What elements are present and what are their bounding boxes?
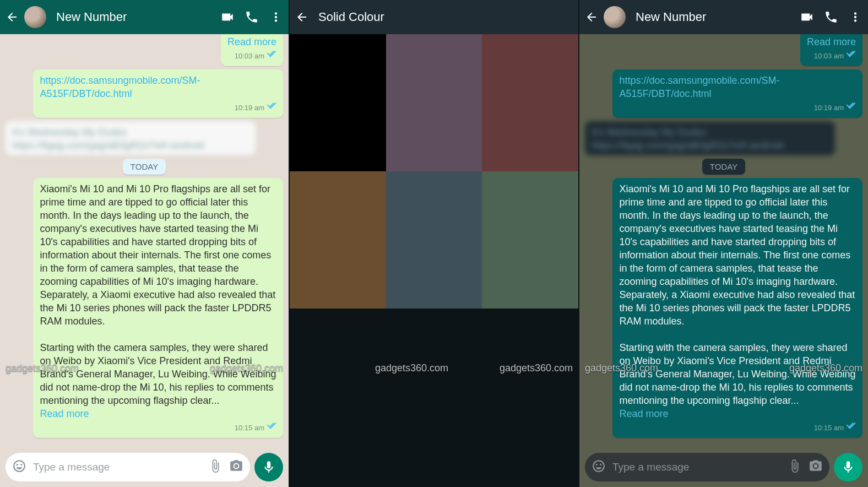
swatch-6[interactable] — [290, 309, 386, 487]
msg-blurred: It's Wednesday My Dudes https://9gag.com… — [585, 121, 835, 155]
chat-header-light: New Number — [0, 0, 289, 34]
picker-header: Solid Colour — [290, 0, 578, 34]
read-tick-icon — [846, 101, 856, 115]
msg-article[interactable]: Xiaomi's Mi 10 and Mi 10 Pro flagships a… — [612, 178, 862, 438]
voice-call-icon[interactable] — [245, 10, 259, 24]
swatch-2[interactable] — [482, 34, 578, 171]
read-more-link[interactable]: Read more — [807, 36, 856, 47]
msg-time: 10:15 am — [814, 421, 844, 435]
colour-grid — [290, 34, 578, 487]
read-tick-icon — [267, 421, 276, 435]
swatch-8[interactable] — [482, 309, 578, 487]
read-tick-icon — [267, 50, 276, 63]
msg-time: 10:19 am — [814, 101, 844, 115]
compose-box[interactable]: Type a message — [6, 453, 250, 481]
compose-input[interactable]: Type a message — [612, 461, 781, 473]
swatch-1[interactable] — [386, 34, 482, 171]
compose-box[interactable]: Type a message — [585, 453, 829, 481]
avatar[interactable] — [604, 6, 626, 28]
attach-icon[interactable] — [208, 459, 223, 475]
chat-scroll-dark[interactable]: Read more 10:03 am https://doc.samsungmo… — [579, 34, 868, 487]
msg-blurred: It's Wednesday My Dudes https://9gag.com… — [6, 121, 256, 155]
read-more-link[interactable]: Read more — [40, 408, 89, 419]
msg-article[interactable]: Xiaomi's Mi 10 and Mi 10 Pro flagships a… — [33, 178, 283, 438]
read-more-link[interactable]: Read more — [619, 408, 668, 419]
pane-colour-picker: Solid Colour gadgets360.com gadgets360.c… — [289, 0, 578, 487]
msg-body: Starting with the camera samples, they w… — [619, 342, 855, 406]
compose-bar-dark: Type a message — [585, 453, 862, 481]
msg-body: Starting with the camera samples, they w… — [40, 342, 276, 406]
msg-body: Xiaomi's Mi 10 and Mi 10 Pro flagships a… — [619, 183, 855, 327]
more-icon[interactable] — [269, 10, 283, 24]
pane-light-chat: New Number Read more 10:03 am https://do… — [0, 0, 289, 487]
msg-url[interactable]: https://doc.samsungmobile.com/SM-A515F/D… — [612, 69, 862, 118]
chat-title[interactable]: New Number — [56, 10, 210, 24]
read-tick-icon — [846, 50, 856, 63]
mic-button[interactable] — [254, 453, 283, 481]
back-icon[interactable] — [585, 10, 598, 24]
camera-icon[interactable] — [809, 459, 823, 475]
msg-time: 10:15 am — [235, 421, 264, 435]
read-more-link[interactable]: Read more — [227, 36, 276, 47]
msg-time: 10:03 am — [814, 50, 844, 63]
chat-scroll-light[interactable]: Read more 10:03 am https://doc.samsungmo… — [0, 34, 289, 487]
read-tick-icon — [267, 101, 276, 115]
swatch-7[interactable] — [386, 309, 482, 487]
msg-time: 10:19 am — [235, 101, 264, 115]
date-chip: TODAY — [123, 159, 166, 175]
swatch-0[interactable] — [290, 34, 386, 171]
compose-input[interactable]: Type a message — [33, 461, 202, 473]
video-call-icon[interactable] — [800, 10, 814, 24]
avatar[interactable] — [24, 6, 46, 28]
url-link[interactable]: https://doc.samsungmobile.com/SM-A515F/D… — [40, 75, 200, 99]
emoji-icon[interactable] — [12, 459, 26, 475]
url-link[interactable]: https://doc.samsungmobile.com/SM-A515F/D… — [619, 75, 779, 99]
msg-time: 10:03 am — [235, 50, 264, 63]
attach-icon[interactable] — [788, 459, 802, 475]
date-chip: TODAY — [702, 159, 745, 175]
compose-bar-light: Type a message — [6, 453, 283, 481]
mic-button[interactable] — [834, 453, 862, 481]
video-call-icon[interactable] — [220, 10, 235, 24]
msg-readmore-truncated[interactable]: Read more 10:03 am — [800, 34, 862, 66]
back-icon[interactable] — [6, 10, 19, 24]
swatch-5[interactable] — [482, 171, 578, 309]
swatch-4[interactable] — [386, 171, 482, 309]
voice-call-icon[interactable] — [824, 10, 838, 24]
msg-readmore-truncated[interactable]: Read more 10:03 am — [221, 34, 283, 66]
camera-icon[interactable] — [229, 459, 243, 475]
more-icon[interactable] — [848, 10, 862, 24]
chat-title[interactable]: New Number — [636, 10, 790, 24]
msg-body: Xiaomi's Mi 10 and Mi 10 Pro flagships a… — [40, 183, 275, 327]
chat-header-dark: New Number — [579, 0, 868, 34]
swatch-3[interactable] — [290, 171, 386, 309]
picker-title: Solid Colour — [318, 10, 573, 24]
emoji-icon[interactable] — [592, 459, 606, 475]
back-icon[interactable] — [295, 10, 308, 24]
pane-dark-chat: New Number Read more 10:03 am https://do… — [578, 0, 868, 487]
msg-url[interactable]: https://doc.samsungmobile.com/SM-A515F/D… — [33, 69, 283, 118]
read-tick-icon — [846, 421, 856, 435]
